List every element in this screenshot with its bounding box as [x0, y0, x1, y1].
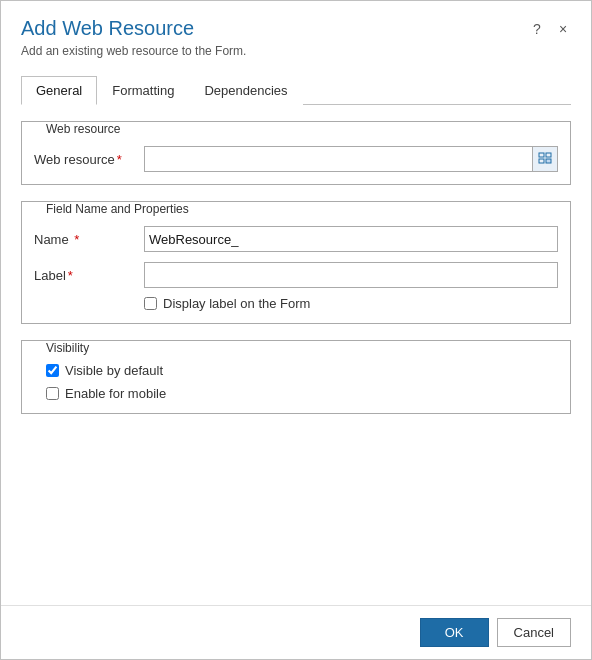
visibility-section: Visibility Visible by default Enable for… — [21, 340, 571, 414]
tab-general[interactable]: General — [21, 76, 97, 105]
web-resource-row: Web resource* — [34, 146, 558, 172]
svg-rect-1 — [546, 153, 551, 157]
dialog-subtitle: Add an existing web resource to the Form… — [21, 44, 246, 58]
label-label: Label* — [34, 268, 144, 283]
svg-rect-0 — [539, 153, 544, 157]
visible-by-default-checkbox[interactable] — [46, 364, 59, 377]
lookup-icon — [538, 152, 552, 167]
visibility-legend: Visibility — [42, 341, 558, 355]
name-row: Name * — [34, 226, 558, 252]
dialog-title: Add Web Resource — [21, 17, 246, 40]
dialog-title-section: Add Web Resource Add an existing web res… — [21, 17, 246, 58]
ok-button[interactable]: OK — [420, 618, 489, 647]
close-icon[interactable]: × — [555, 21, 571, 37]
tab-formatting[interactable]: Formatting — [97, 76, 189, 105]
visible-by-default-row: Visible by default — [46, 363, 558, 378]
svg-rect-2 — [539, 159, 544, 163]
web-resource-label: Web resource* — [34, 152, 144, 167]
tab-dependencies[interactable]: Dependencies — [189, 76, 302, 105]
dialog-header: Add Web Resource Add an existing web res… — [1, 1, 591, 66]
web-resource-input-wrapper — [144, 146, 558, 172]
tabs-container: General Formatting Dependencies — [21, 76, 571, 105]
name-label: Name * — [34, 232, 144, 247]
name-input[interactable] — [144, 226, 558, 252]
add-web-resource-dialog: Add Web Resource Add an existing web res… — [0, 0, 592, 660]
label-row: Label* — [34, 262, 558, 288]
enable-for-mobile-label[interactable]: Enable for mobile — [65, 386, 166, 401]
help-icon[interactable]: ? — [529, 21, 545, 37]
display-label-checkbox[interactable] — [144, 297, 157, 310]
web-resource-legend: Web resource — [42, 122, 558, 136]
label-required: * — [68, 268, 73, 283]
cancel-button[interactable]: Cancel — [497, 618, 571, 647]
enable-for-mobile-checkbox[interactable] — [46, 387, 59, 400]
label-input[interactable] — [144, 262, 558, 288]
field-name-section: Field Name and Properties Name * Label* … — [21, 201, 571, 324]
visible-by-default-label[interactable]: Visible by default — [65, 363, 163, 378]
web-resource-lookup-button[interactable] — [532, 146, 558, 172]
name-required: * — [74, 232, 79, 247]
dialog-footer: OK Cancel — [1, 605, 591, 659]
field-name-legend: Field Name and Properties — [42, 202, 558, 216]
enable-mobile-row: Enable for mobile — [46, 386, 558, 401]
web-resource-section: Web resource Web resource* — [21, 121, 571, 185]
dialog-body: General Formatting Dependencies Web reso… — [1, 66, 591, 605]
web-resource-input[interactable] — [144, 146, 532, 172]
dialog-header-icons: ? × — [529, 17, 571, 37]
display-label-row: Display label on the Form — [144, 296, 558, 311]
web-resource-required: * — [117, 152, 122, 167]
display-label-text[interactable]: Display label on the Form — [163, 296, 310, 311]
svg-rect-3 — [546, 159, 551, 163]
